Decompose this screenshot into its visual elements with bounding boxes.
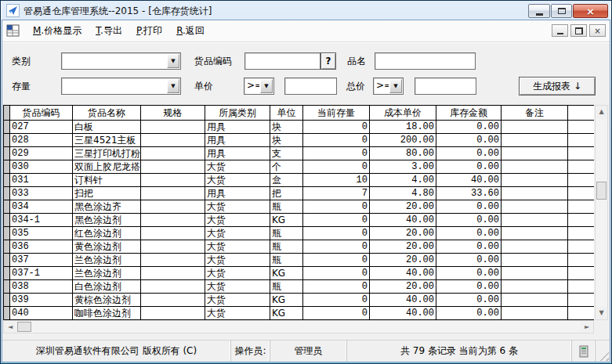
cell-6[interactable]: 4.00 [370,174,436,187]
cell-6[interactable]: 20.00 [370,227,436,240]
row-indicator[interactable] [4,294,10,307]
cell-5[interactable]: 0 [303,307,370,320]
table-row[interactable]: 034黑色涂边齐大货瓶020.000.00 [4,200,594,214]
cell-2[interactable] [141,174,205,187]
row-indicator[interactable] [4,174,10,187]
cell-4[interactable]: 支 [270,147,303,160]
table-row[interactable]: 037兰色涂边剂大货瓶020.000.00 [4,254,594,267]
cell-2[interactable] [141,160,205,174]
cell-6[interactable]: 4.80 [370,187,436,200]
cell-0[interactable]: 035 [10,227,73,240]
cell-0[interactable]: 028 [10,134,73,147]
unit-price-operator-combobox[interactable]: >= ▼ [244,77,274,95]
table-row[interactable]: 038白色涂边剂大货瓶020.000.00 [4,280,594,294]
cell-1[interactable]: 黄色涂边剂 [73,240,141,254]
vertical-scroll-thumb[interactable] [596,182,607,200]
menu-item-r[interactable]: R.返回 [169,22,212,40]
cell-4[interactable]: 瓶 [270,254,303,267]
cell-1[interactable]: 白板 [73,121,141,134]
cell-4[interactable]: KG [270,294,303,307]
cell-partial[interactable] [568,227,594,240]
cell-1[interactable]: 黑色涂边齐 [73,200,141,214]
cell-6[interactable]: 40.00 [370,307,436,320]
row-indicator[interactable] [4,160,10,174]
cell-partial[interactable] [568,267,594,280]
table-row[interactable]: 029三星打印机打粉用具支080.000.00 [4,147,594,160]
cell-7[interactable]: 0.00 [436,200,502,214]
cell-partial[interactable] [568,200,594,214]
cell-4[interactable]: 块 [270,134,303,147]
cell-partial[interactable] [568,294,594,307]
table-row[interactable]: 036黄色涂边剂大货瓶020.000.00 [4,240,594,254]
cell-2[interactable] [141,134,205,147]
cell-5[interactable]: 0 [303,254,370,267]
cell-8[interactable] [502,254,568,267]
cell-2[interactable] [141,240,205,254]
cell-6[interactable]: 20.00 [370,280,436,294]
cell-3[interactable]: 用具 [205,121,270,134]
cell-1[interactable]: 扫把 [73,187,141,200]
cell-7[interactable]: 0.00 [436,307,502,320]
table-row[interactable]: 034-1黑色涂边剂大货KG040.000.00 [4,214,594,227]
cell-8[interactable] [502,294,568,307]
cell-3[interactable]: 大货 [205,160,270,174]
cell-4[interactable]: 瓶 [270,200,303,214]
cell-8[interactable] [502,174,568,187]
unit-price-input[interactable] [285,78,336,94]
cell-3[interactable]: 大货 [205,294,270,307]
total-price-input[interactable] [415,78,476,94]
chevron-down-icon[interactable]: ▼ [167,79,179,93]
cell-partial[interactable] [568,121,594,134]
cell-4[interactable]: 瓶 [270,240,303,254]
cell-6[interactable]: 80.00 [370,147,436,160]
category-combobox[interactable]: ▼ [61,52,181,70]
table-row[interactable]: 035红色涂边剂大货瓶020.000.00 [4,227,594,240]
cell-partial[interactable] [568,147,594,160]
cell-8[interactable] [502,214,568,227]
cell-3[interactable]: 大货 [205,200,270,214]
code-input[interactable] [245,53,320,69]
table-row[interactable]: 040咖啡色涂边剂大货KG040.000.00 [4,307,594,320]
chevron-down-icon[interactable]: ▼ [167,54,179,68]
table-row[interactable]: 028三星4521主板用具块0200.000.00 [4,134,594,147]
cell-0[interactable]: 030 [10,160,73,174]
cell-5[interactable]: 0 [303,294,370,307]
cell-6[interactable]: 20.00 [370,240,436,254]
cell-7[interactable]: 0.00 [436,254,502,267]
cell-6[interactable]: 20.00 [370,254,436,267]
cell-2[interactable] [141,254,205,267]
scroll-down-icon[interactable]: ▼ [596,307,607,319]
cell-2[interactable] [141,200,205,214]
cell-6[interactable]: 3.00 [370,160,436,174]
cell-5[interactable]: 0 [303,121,370,134]
cell-8[interactable] [502,307,568,320]
cell-4[interactable]: 个 [270,160,303,174]
cell-5[interactable]: 10 [303,174,370,187]
cell-3[interactable]: 用具 [205,187,270,200]
table-row[interactable]: 039黄棕色涂边剂大货KG040.000.00 [4,294,594,307]
close-button[interactable]: × [573,4,608,18]
cell-partial[interactable] [568,134,594,147]
row-indicator[interactable] [4,267,10,280]
cell-2[interactable] [141,307,205,320]
cell-6[interactable]: 200.00 [370,134,436,147]
cell-8[interactable] [502,134,568,147]
cell-6[interactable]: 40.00 [370,294,436,307]
cell-5[interactable]: 0 [303,267,370,280]
cell-7[interactable]: 0.00 [436,134,502,147]
mdi-restore-button[interactable] [570,24,587,37]
row-indicator[interactable] [4,214,10,227]
row-indicator[interactable] [4,147,10,160]
generate-report-button[interactable]: 生成报表 ↓ [519,77,596,96]
cell-4[interactable]: 盒 [270,174,303,187]
cell-7[interactable]: 0.00 [436,267,502,280]
cell-4[interactable]: 瓶 [270,280,303,294]
total-price-input-box[interactable] [415,77,476,95]
cell-partial[interactable] [568,160,594,174]
row-indicator[interactable] [4,187,10,200]
table-row[interactable]: 033扫把用具把74.8033.60 [4,187,594,200]
cell-7[interactable]: 0.00 [436,240,502,254]
cell-7[interactable]: 40.00 [436,174,502,187]
cell-1[interactable]: 兰色涂边剂 [73,254,141,267]
cell-3[interactable]: 大货 [205,240,270,254]
